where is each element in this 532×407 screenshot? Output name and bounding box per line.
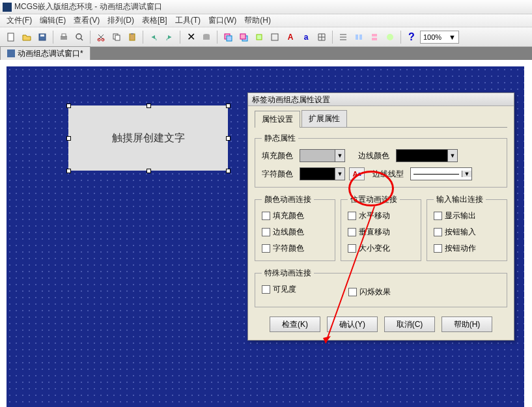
tab-properties[interactable]: 属性设置 (255, 111, 300, 128)
selection-handle[interactable] (226, 104, 231, 108)
align1-icon[interactable] (336, 30, 350, 44)
svg-line-6 (81, 38, 83, 40)
tool-icon[interactable]: ✕ (184, 30, 198, 44)
redo-icon[interactable] (162, 30, 176, 44)
chk-blink-label: 闪烁效果 (359, 287, 391, 298)
border-color-picker[interactable]: ▼ (396, 149, 458, 162)
ok-button[interactable]: 确认(Y) (327, 316, 378, 332)
canvas[interactable]: 触摸屏创建文字 标签动画组态属性设置 属性设置 扩展属性 静态属性 (7, 66, 524, 407)
legend-color-anim: 颜色动画连接 (262, 194, 314, 205)
layer2-icon[interactable] (236, 30, 251, 44)
db-icon[interactable] (199, 30, 214, 44)
char-color-picker[interactable]: ▼ (300, 167, 345, 180)
cancel-button[interactable]: 取消(C) (384, 316, 435, 332)
group-static-legend: 静态属性 (262, 133, 298, 144)
selection-handle[interactable] (226, 169, 231, 173)
help-icon[interactable]: ? (404, 30, 419, 44)
paste-icon[interactable] (125, 30, 139, 44)
menu-tools[interactable]: 工具(T) (171, 14, 204, 27)
font-a2-icon[interactable]: a (299, 30, 313, 44)
open-icon[interactable] (20, 30, 34, 44)
chk-fill-color[interactable] (262, 212, 270, 220)
align4-icon[interactable] (383, 30, 397, 44)
chk-hmove[interactable] (348, 212, 356, 220)
selection-handle[interactable] (147, 169, 151, 173)
menu-table[interactable]: 表格[B] (138, 14, 171, 27)
menu-edit[interactable]: 编辑(E) (36, 14, 70, 27)
font-a-icon[interactable]: A (283, 30, 298, 44)
chk-visibility[interactable] (262, 285, 270, 294)
menu-arrange[interactable]: 排列(D) (104, 14, 138, 27)
svg-rect-0 (8, 33, 14, 41)
selection-handle[interactable] (66, 104, 71, 108)
svg-rect-12 (131, 33, 133, 35)
new-icon[interactable] (4, 30, 18, 44)
chk-blink[interactable] (348, 288, 357, 296)
svg-rect-23 (372, 34, 377, 36)
tab-extended[interactable]: 扩展属性 (301, 110, 347, 127)
text-label-content: 触摸屏创建文字 (112, 132, 185, 145)
grid-icon[interactable] (315, 30, 329, 44)
check-button[interactable]: 检查(K) (270, 316, 320, 332)
title-bar: MCGS嵌入版组态环境 - 动画组态调试窗口 (0, 0, 532, 14)
layer1-icon[interactable] (221, 30, 235, 44)
doc-tab-bar: 动画组态调试窗口* (0, 47, 532, 60)
svg-rect-11 (130, 34, 135, 40)
menu-view[interactable]: 查看(V) (70, 14, 104, 27)
char-color-label: 字符颜色 (262, 169, 296, 180)
print-icon[interactable] (57, 30, 71, 44)
selection-handle[interactable] (66, 136, 71, 141)
svg-rect-4 (62, 34, 66, 36)
svg-rect-19 (257, 35, 262, 40)
chk-char-color[interactable] (262, 244, 270, 253)
selection-handle[interactable] (147, 104, 151, 108)
dialog-title: 标签动画组态属性设置 (248, 93, 514, 106)
align3-icon[interactable] (367, 30, 382, 44)
layer4-icon[interactable] (268, 30, 282, 44)
chk-btn-in[interactable] (434, 228, 442, 236)
chk-display-label: 显示输出 (445, 210, 476, 221)
svg-point-5 (76, 34, 81, 39)
text-label-object[interactable]: 触摸屏创建文字 (68, 105, 228, 171)
save-icon[interactable] (35, 30, 49, 44)
undo-icon[interactable] (147, 30, 161, 44)
cut-icon[interactable] (94, 30, 108, 44)
menu-file[interactable]: 文件(F) (3, 14, 36, 27)
dialog-tabs: 属性设置 扩展属性 (255, 110, 507, 128)
svg-rect-24 (372, 38, 377, 40)
chk-display-out[interactable] (434, 212, 442, 220)
help-button[interactable]: 帮助(H) (441, 316, 492, 332)
zoom-select[interactable]: 100%▼ (420, 31, 459, 44)
selection-handle[interactable] (66, 169, 71, 173)
doc-tab-item[interactable]: 动画组态调试窗口* (0, 46, 91, 61)
chk-btn-act[interactable] (434, 244, 442, 253)
legend-io: 输入输出连接 (434, 194, 486, 205)
fill-color-picker[interactable]: ▼ (300, 149, 345, 162)
chk-vis-label: 可见度 (273, 284, 296, 295)
font-button[interactable]: Aa (349, 167, 365, 180)
menu-window[interactable]: 窗口(W) (204, 14, 240, 27)
chk-border-color[interactable] (262, 228, 270, 236)
svg-rect-14 (203, 35, 210, 40)
svg-point-25 (387, 34, 393, 40)
align2-icon[interactable] (352, 30, 366, 44)
svg-rect-2 (40, 35, 44, 36)
copy-icon[interactable] (109, 30, 124, 44)
preview-icon[interactable] (72, 30, 87, 44)
chk-fill-label: 填充颜色 (273, 210, 304, 221)
svg-rect-18 (240, 34, 245, 39)
layer3-icon[interactable] (252, 30, 266, 44)
group-static: 静态属性 填充颜色 ▼ 边线颜色 ▼ 字符颜色 ▼ Aa 边线线型 ▼ (255, 133, 507, 188)
border-line-picker[interactable]: ▼ (410, 167, 472, 180)
chk-resize[interactable] (348, 244, 356, 253)
chk-border-label: 边线颜色 (273, 227, 304, 238)
chk-btnact-label: 按钮动作 (445, 243, 476, 254)
selection-handle[interactable] (226, 136, 231, 141)
chk-btnin-label: 按钮输入 (445, 227, 476, 238)
svg-rect-10 (115, 35, 120, 40)
group-special: 特殊动画连接 可见度 闪烁效果 (255, 268, 507, 307)
menu-help[interactable]: 帮助(H) (240, 14, 275, 27)
svg-rect-20 (272, 34, 278, 40)
doc-icon (7, 49, 15, 57)
chk-vmove[interactable] (348, 228, 356, 236)
